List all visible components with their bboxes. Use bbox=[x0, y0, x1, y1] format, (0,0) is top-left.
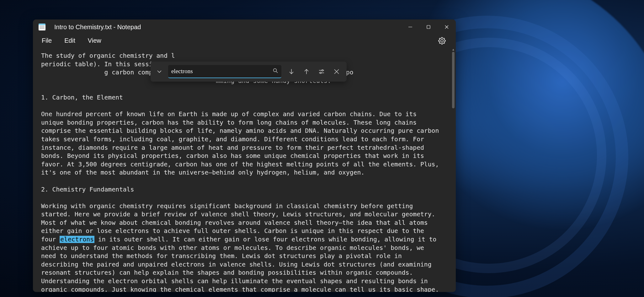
svg-rect-1 bbox=[427, 25, 430, 29]
maximize-button[interactable] bbox=[419, 19, 438, 35]
find-next-button[interactable] bbox=[285, 65, 298, 78]
svg-point-11 bbox=[320, 72, 322, 74]
maximize-icon bbox=[426, 25, 431, 29]
close-find-button[interactable] bbox=[330, 65, 343, 78]
text-editor[interactable]: The study of organic chemistry and l...f… bbox=[33, 47, 451, 292]
find-bar bbox=[151, 62, 347, 82]
notepad-app-icon bbox=[39, 24, 45, 30]
gear-icon bbox=[438, 37, 446, 45]
menu-view[interactable]: View bbox=[82, 35, 108, 47]
chevron-down-icon bbox=[156, 68, 162, 75]
text-segment: The study of organic chemistry and l bbox=[41, 52, 175, 59]
arrow-up-icon bbox=[303, 68, 310, 75]
sliders-icon bbox=[318, 68, 325, 75]
arrow-down-icon bbox=[288, 68, 295, 75]
close-button[interactable] bbox=[438, 19, 456, 35]
text-segment: 2. Chemistry Fundamentals bbox=[41, 186, 134, 193]
minimize-icon bbox=[408, 25, 412, 29]
svg-point-9 bbox=[322, 70, 323, 71]
svg-line-5 bbox=[276, 72, 278, 73]
editor-area: The study of organic chemistry and l...f… bbox=[33, 47, 456, 292]
find-input-container bbox=[168, 65, 281, 78]
menu-file[interactable]: File bbox=[35, 35, 58, 47]
vertical-scrollbar[interactable]: ▲ bbox=[451, 47, 456, 292]
window-title: Intro to Chemistry.txt - Notepad bbox=[54, 24, 401, 31]
menu-edit[interactable]: Edit bbox=[58, 35, 81, 47]
close-icon bbox=[444, 25, 449, 29]
expand-replace-button[interactable] bbox=[154, 66, 165, 77]
svg-point-4 bbox=[274, 69, 277, 72]
window-controls bbox=[401, 19, 456, 35]
close-icon bbox=[333, 68, 340, 75]
text-segment: in its outer shell. It can either gain o… bbox=[41, 236, 440, 292]
text-segment: One hundred percent of known life on Ear… bbox=[41, 111, 443, 176]
find-options-button[interactable] bbox=[315, 65, 328, 78]
find-input[interactable] bbox=[171, 68, 273, 75]
search-icon bbox=[273, 68, 278, 75]
text-segment: 1. Carbon, the Element bbox=[41, 94, 123, 101]
scroll-up-arrow[interactable]: ▲ bbox=[451, 47, 456, 52]
menubar: File Edit View bbox=[33, 35, 456, 47]
settings-button[interactable] bbox=[436, 35, 448, 46]
scrollbar-thumb[interactable] bbox=[452, 52, 455, 108]
minimize-button[interactable] bbox=[401, 19, 419, 35]
titlebar[interactable]: Intro to Chemistry.txt - Notepad bbox=[33, 19, 456, 35]
notepad-window: Intro to Chemistry.txt - Notepad File Ed… bbox=[33, 19, 456, 292]
find-previous-button[interactable] bbox=[300, 65, 313, 78]
search-highlight: electrons bbox=[60, 236, 94, 243]
